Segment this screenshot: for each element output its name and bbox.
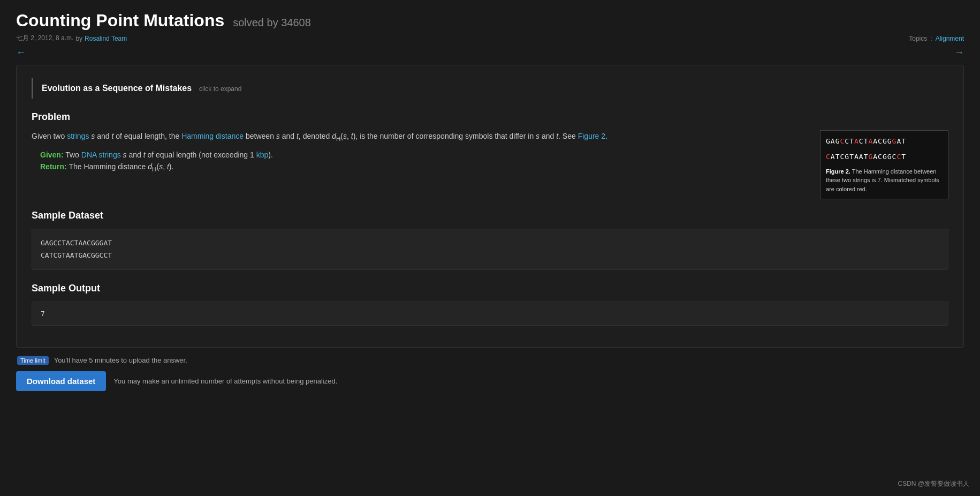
topic-link[interactable]: Alignment xyxy=(936,35,964,42)
sample-output-box: 7 xyxy=(32,302,948,326)
kbp-link[interactable]: kbp xyxy=(256,151,269,159)
dna-char-match: C xyxy=(878,153,883,161)
hamming-link[interactable]: Hamming distance xyxy=(181,132,244,140)
problem-body: Given two strings s and t of equal lengt… xyxy=(32,130,948,199)
dna-char-match: G xyxy=(887,153,892,161)
expand-hint[interactable]: click to expand xyxy=(199,85,241,93)
page-title: Counting Point Mutations xyxy=(16,11,224,30)
meta-left: 七月 2, 2012, 8 a.m. by Rosalind Team xyxy=(16,34,127,43)
dna-seq2: CATCGTAATGACGGCCT xyxy=(826,152,943,163)
dna-seq1: GAGCCTACTAACGGGAT xyxy=(826,136,943,147)
dna-char-mismatch: G xyxy=(868,153,873,161)
time-limit-badge: Time limit xyxy=(17,356,49,365)
figure-caption: Figure 2. The Hamming distance between t… xyxy=(826,167,943,194)
figure2-link[interactable]: Figure 2 xyxy=(578,132,605,140)
dna-char-match: C xyxy=(845,137,849,145)
topics-label: Topics xyxy=(909,35,927,42)
return-row: Return: The Hamming distance dH(s, t). xyxy=(40,162,807,172)
meta-row: 七月 2, 2012, 8 a.m. by Rosalind Team Topi… xyxy=(16,34,964,43)
dna-char-match: G xyxy=(883,137,887,145)
dna-link[interactable]: DNA strings xyxy=(81,151,121,159)
figure-caption-bold: Figure 2. xyxy=(826,168,850,175)
dna-char-match: T xyxy=(901,153,906,161)
dna-char-mismatch: A xyxy=(868,137,873,145)
nav-row: ← → xyxy=(16,47,964,58)
dna-char-match: T xyxy=(849,153,854,161)
dataset-line1: GAGCCTACTAACGGGAT xyxy=(41,237,939,249)
dna-char-match: T xyxy=(901,137,906,145)
by-label: by xyxy=(75,35,82,42)
sample-output-value: 7 xyxy=(41,310,939,318)
prev-arrow[interactable]: ← xyxy=(16,47,26,58)
meta-right: Topics : Alignment xyxy=(909,35,964,42)
dna-char-mismatch: C xyxy=(826,153,831,161)
given-label: Given: xyxy=(40,151,64,159)
download-row: Download dataset You may make an unlimit… xyxy=(16,371,964,391)
download-note: You may make an unlimited number of atte… xyxy=(113,377,337,385)
expand-title: Evolution as a Sequence of Mistakes xyxy=(42,84,192,93)
dna-char-match: G xyxy=(845,153,849,161)
dna-char-match: C xyxy=(878,137,883,145)
dna-char-match: A xyxy=(897,137,901,145)
dna-char-match: T xyxy=(849,137,854,145)
download-button[interactable]: Download dataset xyxy=(16,371,106,391)
strings-link[interactable]: strings xyxy=(67,132,89,140)
dna-char-match: A xyxy=(859,153,864,161)
dna-char-match: A xyxy=(873,153,878,161)
dna-char-match: C xyxy=(859,137,864,145)
expand-block: Evolution as a Sequence of Mistakes clic… xyxy=(32,78,948,99)
problem-title: Problem xyxy=(32,111,948,123)
sample-dataset-box: GAGCCTACTAACGGGAT CATCGTAATGACGGCCT xyxy=(32,229,948,270)
return-label: Return: xyxy=(40,162,67,171)
given-row: Given: Two DNA strings s and t of equal … xyxy=(40,151,807,159)
dna-char-match: A xyxy=(831,153,835,161)
author-link[interactable]: Rosalind Team xyxy=(85,35,127,42)
main-card: Evolution as a Sequence of Mistakes clic… xyxy=(16,65,964,348)
dna-char-match: A xyxy=(854,153,859,161)
problem-description: Given two strings s and t of equal lengt… xyxy=(32,130,807,144)
dna-char-match: G xyxy=(883,153,887,161)
dna-char-mismatch: A xyxy=(854,137,859,145)
watermark: CSDN @发誓要做读书人 xyxy=(898,479,969,489)
dataset-line2: CATCGTAATGACGGCCT xyxy=(41,249,939,261)
dna-char-match: G xyxy=(887,137,892,145)
sample-output-title: Sample Output xyxy=(32,283,948,294)
dna-char-mismatch: C xyxy=(840,137,845,145)
problem-text-area: Given two strings s and t of equal lengt… xyxy=(32,130,807,175)
figure-box: GAGCCTACTAACGGGAT CATCGTAATGACGGCCT Figu… xyxy=(820,130,948,199)
footer-row: Time limit You'll have 5 minutes to uplo… xyxy=(16,356,964,365)
dna-char-match: A xyxy=(873,137,878,145)
sample-dataset-title: Sample Dataset xyxy=(32,210,948,221)
dna-char-match: A xyxy=(831,137,835,145)
dna-char-mismatch: C xyxy=(897,153,901,161)
solved-by-text: solved by 34608 xyxy=(233,17,311,28)
dna-char-match: G xyxy=(826,137,831,145)
next-arrow[interactable]: → xyxy=(954,47,964,58)
dna-char-match: C xyxy=(840,153,845,161)
date-text: 七月 2, 2012, 8 a.m. xyxy=(16,34,73,43)
time-limit-text: You'll have 5 minutes to upload the answ… xyxy=(54,356,187,364)
